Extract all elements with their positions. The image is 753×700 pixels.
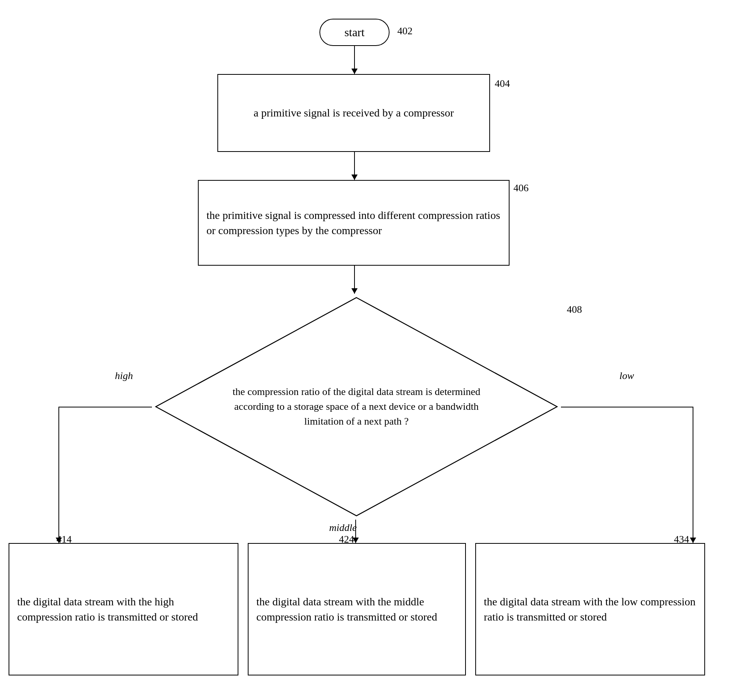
box2: the primitive signal is compressed into … [198, 180, 510, 266]
label-middle: middle [329, 522, 357, 534]
box-middle-text: the digital data stream with the middle … [256, 594, 457, 624]
box1-text: a primitive signal is received by a comp… [254, 105, 454, 120]
diamond-text-container: the compression ratio of the digital dat… [230, 325, 483, 488]
start-label: start [344, 26, 365, 39]
box-high: the digital data stream with the high co… [9, 543, 238, 675]
ref-402: 402 [397, 25, 413, 37]
start-oval: start [319, 19, 390, 46]
box-low-text: the digital data stream with the low com… [484, 594, 697, 624]
line-low-h [561, 407, 693, 407]
diamond-container: the compression ratio of the digital dat… [152, 294, 561, 520]
box2-text: the primitive signal is compressed into … [206, 208, 501, 238]
box-high-text: the digital data stream with the high co… [17, 594, 230, 624]
arrow-box2-to-diamond [354, 266, 355, 294]
diamond-text: the compression ratio of the digital dat… [230, 384, 483, 428]
box-middle: the digital data stream with the middle … [248, 543, 466, 675]
ref-box2: 406 [513, 182, 529, 194]
box1: a primitive signal is received by a comp… [217, 74, 490, 152]
ref-diamond: 408 [567, 304, 582, 316]
ref-box1: 404 [495, 78, 510, 90]
line-high-h [58, 407, 152, 407]
label-low: low [619, 370, 634, 382]
label-high: high [115, 370, 133, 382]
arrow-start-to-box1 [354, 46, 355, 74]
arrow-box1-to-box2 [354, 152, 355, 180]
arrow-low-end [690, 538, 696, 543]
box-low: the digital data stream with the low com… [475, 543, 705, 675]
diagram-container: start 402 a primitive signal is received… [0, 0, 753, 700]
line-low-v [693, 407, 693, 543]
line-high-v [58, 407, 59, 543]
